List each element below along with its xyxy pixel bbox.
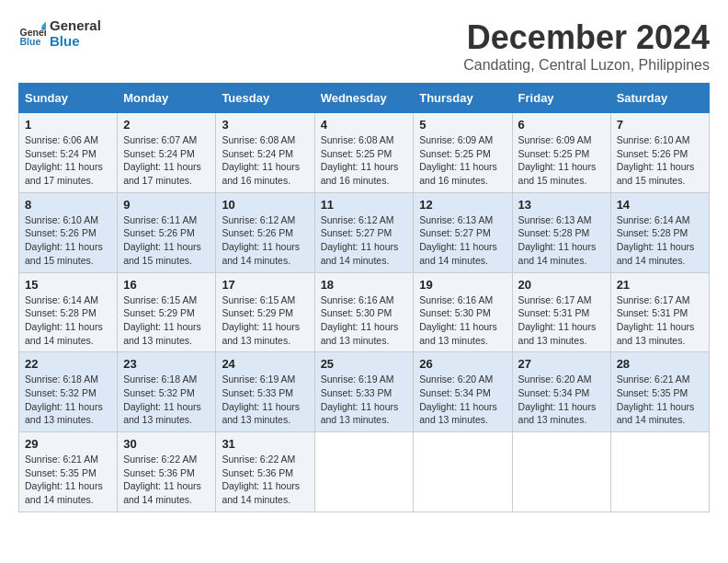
day-number: 17 <box>222 278 308 292</box>
day-info: Sunrise: 6:19 AMSunset: 5:33 PMDaylight:… <box>222 373 308 427</box>
day-info: Sunrise: 6:17 AMSunset: 5:31 PMDaylight:… <box>518 293 605 348</box>
calendar-cell: 9Sunrise: 6:11 AMSunset: 5:26 PMDaylight… <box>118 192 216 272</box>
day-info: Sunrise: 6:21 AMSunset: 5:35 PMDaylight:… <box>25 453 111 507</box>
logo-general: General <box>50 18 101 34</box>
day-info: Sunrise: 6:06 AMSunset: 5:24 PMDaylight:… <box>25 133 111 188</box>
calendar-cell: 13Sunrise: 6:13 AMSunset: 5:28 PMDayligh… <box>512 192 610 272</box>
day-number: 6 <box>518 118 605 132</box>
day-number: 29 <box>25 437 111 451</box>
calendar-cell: 8Sunrise: 6:10 AMSunset: 5:26 PMDaylight… <box>19 192 118 272</box>
calendar-cell <box>314 432 414 512</box>
calendar-cell: 30Sunrise: 6:22 AMSunset: 5:36 PMDayligh… <box>118 432 216 512</box>
calendar-cell: 4Sunrise: 6:08 AMSunset: 5:25 PMDaylight… <box>314 113 414 193</box>
calendar-cell: 14Sunrise: 6:14 AMSunset: 5:28 PMDayligh… <box>610 192 709 272</box>
day-info: Sunrise: 6:16 AMSunset: 5:30 PMDaylight:… <box>321 293 408 348</box>
day-number: 23 <box>123 357 210 371</box>
day-number: 9 <box>123 198 210 212</box>
month-title: December 2024 <box>463 18 710 57</box>
calendar-cell: 7Sunrise: 6:10 AMSunset: 5:26 PMDaylight… <box>610 113 709 193</box>
day-info: Sunrise: 6:15 AMSunset: 5:29 PMDaylight:… <box>222 293 308 348</box>
day-header-thursday: Thursday <box>414 84 512 113</box>
calendar-cell <box>414 432 512 512</box>
day-info: Sunrise: 6:14 AMSunset: 5:28 PMDaylight:… <box>25 293 111 348</box>
calendar-week-row: 8Sunrise: 6:10 AMSunset: 5:26 PMDaylight… <box>19 192 710 272</box>
day-number: 12 <box>419 198 506 212</box>
day-number: 13 <box>518 198 605 212</box>
title-block: December 2024 Candating, Central Luzon, … <box>463 18 710 74</box>
calendar-cell: 25Sunrise: 6:19 AMSunset: 5:33 PMDayligh… <box>314 352 414 432</box>
day-number: 8 <box>25 198 111 212</box>
day-number: 27 <box>518 357 605 371</box>
day-number: 30 <box>123 437 210 451</box>
day-header-monday: Monday <box>118 84 216 113</box>
calendar-cell: 5Sunrise: 6:09 AMSunset: 5:25 PMDaylight… <box>414 113 512 193</box>
day-number: 5 <box>419 118 506 132</box>
calendar-week-row: 22Sunrise: 6:18 AMSunset: 5:32 PMDayligh… <box>19 352 710 432</box>
calendar-cell: 19Sunrise: 6:16 AMSunset: 5:30 PMDayligh… <box>414 272 512 352</box>
page-header: General Blue General Blue December 2024 … <box>18 18 710 74</box>
day-info: Sunrise: 6:09 AMSunset: 5:25 PMDaylight:… <box>419 133 506 188</box>
day-header-friday: Friday <box>512 84 610 113</box>
svg-text:Blue: Blue <box>20 36 41 47</box>
day-number: 21 <box>617 278 703 292</box>
day-info: Sunrise: 6:18 AMSunset: 5:32 PMDaylight:… <box>123 373 210 427</box>
day-header-tuesday: Tuesday <box>216 84 314 113</box>
day-info: Sunrise: 6:18 AMSunset: 5:32 PMDaylight:… <box>25 373 111 427</box>
day-info: Sunrise: 6:13 AMSunset: 5:28 PMDaylight:… <box>518 213 605 268</box>
day-info: Sunrise: 6:20 AMSunset: 5:34 PMDaylight:… <box>518 373 605 427</box>
calendar-cell: 11Sunrise: 6:12 AMSunset: 5:27 PMDayligh… <box>314 192 414 272</box>
day-header-wednesday: Wednesday <box>314 84 414 113</box>
calendar-week-row: 15Sunrise: 6:14 AMSunset: 5:28 PMDayligh… <box>19 272 710 352</box>
logo-blue: Blue <box>50 34 101 50</box>
day-info: Sunrise: 6:22 AMSunset: 5:36 PMDaylight:… <box>222 453 308 507</box>
day-number: 1 <box>25 118 111 132</box>
calendar-cell: 26Sunrise: 6:20 AMSunset: 5:34 PMDayligh… <box>414 352 512 432</box>
day-number: 31 <box>222 437 308 451</box>
calendar-cell: 20Sunrise: 6:17 AMSunset: 5:31 PMDayligh… <box>512 272 610 352</box>
calendar-cell: 21Sunrise: 6:17 AMSunset: 5:31 PMDayligh… <box>610 272 709 352</box>
day-info: Sunrise: 6:11 AMSunset: 5:26 PMDaylight:… <box>123 213 210 268</box>
day-number: 15 <box>25 278 111 292</box>
day-info: Sunrise: 6:12 AMSunset: 5:26 PMDaylight:… <box>222 213 308 268</box>
calendar-cell: 23Sunrise: 6:18 AMSunset: 5:32 PMDayligh… <box>118 352 216 432</box>
calendar-cell: 24Sunrise: 6:19 AMSunset: 5:33 PMDayligh… <box>216 352 314 432</box>
day-number: 28 <box>617 357 703 371</box>
day-info: Sunrise: 6:10 AMSunset: 5:26 PMDaylight:… <box>25 213 111 268</box>
calendar-cell: 10Sunrise: 6:12 AMSunset: 5:26 PMDayligh… <box>216 192 314 272</box>
day-info: Sunrise: 6:14 AMSunset: 5:28 PMDaylight:… <box>617 213 703 268</box>
calendar-cell: 22Sunrise: 6:18 AMSunset: 5:32 PMDayligh… <box>19 352 118 432</box>
calendar-cell: 28Sunrise: 6:21 AMSunset: 5:35 PMDayligh… <box>610 352 709 432</box>
day-number: 16 <box>123 278 210 292</box>
calendar-table: SundayMondayTuesdayWednesdayThursdayFrid… <box>18 83 710 512</box>
day-number: 10 <box>222 198 308 212</box>
day-info: Sunrise: 6:08 AMSunset: 5:25 PMDaylight:… <box>321 133 408 188</box>
day-number: 22 <box>25 357 111 371</box>
day-number: 3 <box>222 118 308 132</box>
day-number: 2 <box>123 118 210 132</box>
day-number: 18 <box>321 278 408 292</box>
day-number: 26 <box>419 357 506 371</box>
calendar-cell: 6Sunrise: 6:09 AMSunset: 5:25 PMDaylight… <box>512 113 610 193</box>
day-number: 24 <box>222 357 308 371</box>
day-info: Sunrise: 6:17 AMSunset: 5:31 PMDaylight:… <box>617 293 703 348</box>
day-info: Sunrise: 6:09 AMSunset: 5:25 PMDaylight:… <box>518 133 605 188</box>
day-number: 11 <box>321 198 408 212</box>
day-number: 4 <box>321 118 408 132</box>
day-info: Sunrise: 6:08 AMSunset: 5:24 PMDaylight:… <box>222 133 308 188</box>
calendar-cell <box>610 432 709 512</box>
calendar-cell: 18Sunrise: 6:16 AMSunset: 5:30 PMDayligh… <box>314 272 414 352</box>
calendar-cell: 29Sunrise: 6:21 AMSunset: 5:35 PMDayligh… <box>19 432 118 512</box>
calendar-header-row: SundayMondayTuesdayWednesdayThursdayFrid… <box>19 84 710 113</box>
day-info: Sunrise: 6:13 AMSunset: 5:27 PMDaylight:… <box>419 213 506 268</box>
calendar-cell: 16Sunrise: 6:15 AMSunset: 5:29 PMDayligh… <box>118 272 216 352</box>
day-number: 7 <box>617 118 703 132</box>
day-info: Sunrise: 6:12 AMSunset: 5:27 PMDaylight:… <box>321 213 408 268</box>
calendar-cell: 12Sunrise: 6:13 AMSunset: 5:27 PMDayligh… <box>414 192 512 272</box>
calendar-cell: 15Sunrise: 6:14 AMSunset: 5:28 PMDayligh… <box>19 272 118 352</box>
calendar-cell: 17Sunrise: 6:15 AMSunset: 5:29 PMDayligh… <box>216 272 314 352</box>
day-info: Sunrise: 6:07 AMSunset: 5:24 PMDaylight:… <box>123 133 210 188</box>
calendar-cell: 31Sunrise: 6:22 AMSunset: 5:36 PMDayligh… <box>216 432 314 512</box>
day-number: 14 <box>617 198 703 212</box>
logo: General Blue General Blue <box>18 18 101 49</box>
day-info: Sunrise: 6:21 AMSunset: 5:35 PMDaylight:… <box>617 373 703 427</box>
